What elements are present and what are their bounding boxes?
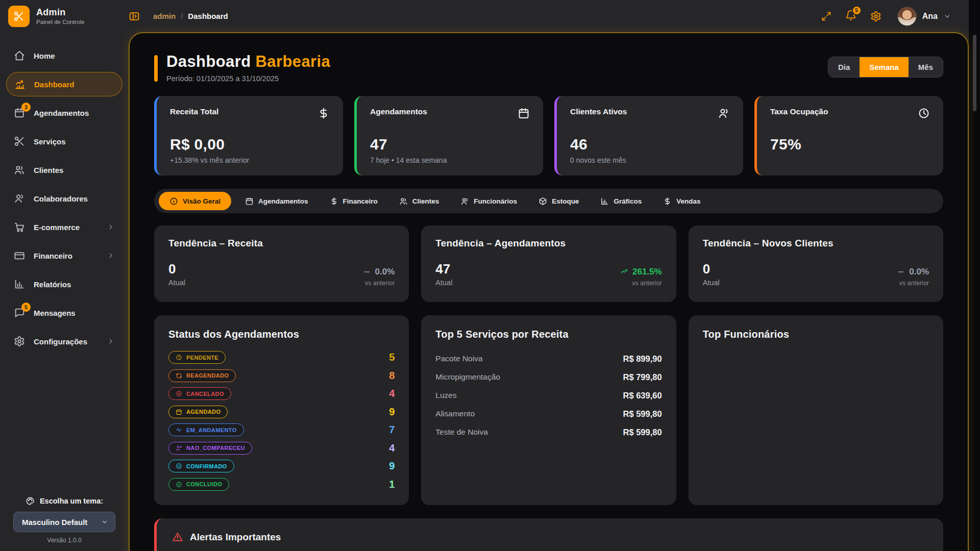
sidebar-item-label: Financeiro <box>34 252 72 260</box>
trending-up-icon <box>620 268 628 276</box>
trend-value: 47 <box>435 261 452 277</box>
range-selector: Dia Semana Mês <box>828 57 943 78</box>
user-x-icon <box>176 445 182 452</box>
theme-picker: Escolha um tema: Masculino Default Versã… <box>0 496 129 544</box>
users-icon <box>460 197 469 206</box>
tab-visao-geral[interactable]: Visão Geral <box>159 192 231 210</box>
sidebar-item-ecommerce[interactable]: E-commerce <box>6 215 122 239</box>
chevron-down-icon <box>101 518 108 525</box>
chevron-right-icon <box>107 223 115 231</box>
range-dia-button[interactable]: Dia <box>828 57 860 77</box>
sidebar-item-servicos[interactable]: Serviços <box>6 129 122 154</box>
chevron-right-icon <box>107 337 115 345</box>
gear-icon[interactable] <box>870 11 881 22</box>
alert-triangle-icon <box>172 532 183 543</box>
sidebar-item-clientes[interactable]: Clientes <box>6 158 122 182</box>
service-row: Alisamento R$ 599,80 <box>435 405 662 423</box>
status-badge: CONCLUIDO <box>168 478 229 491</box>
status-count: 9 <box>389 406 395 418</box>
expand-icon[interactable] <box>821 11 831 21</box>
stat-value: 47 <box>370 136 530 153</box>
stat-value: 46 <box>570 136 730 153</box>
status-count: 8 <box>389 370 395 382</box>
info-icon <box>169 197 178 206</box>
panel-toggle-icon[interactable] <box>129 11 140 22</box>
top-funcionarios-card: Top Funcionários <box>689 315 943 505</box>
tab-estoque[interactable]: Estoque <box>528 189 590 213</box>
status-row: EM_ANDAMENTO 7 <box>168 421 395 439</box>
palette-icon <box>26 496 35 506</box>
status-agendamentos-card: Status dos Agendamentos PENDENTE 5 REAGE… <box>154 315 409 505</box>
page-title-accent: Barbearia <box>256 53 331 70</box>
breadcrumb-separator: / <box>181 12 183 20</box>
sidebar-item-colaboradores[interactable]: Colaboradores <box>6 186 122 211</box>
sidebar-item-relatorios[interactable]: Relatórios <box>6 272 122 296</box>
sidebar-item-financeiro[interactable]: Financeiro <box>6 243 122 268</box>
x-circle-icon <box>176 390 182 397</box>
trend-card-novos-clientes: Tendência – Novos Clientes 0 Atual 0.0% … <box>689 226 943 302</box>
dollar-icon <box>663 197 672 206</box>
cart-icon <box>14 221 25 233</box>
app-logo <box>8 6 30 27</box>
dollar-icon <box>330 197 338 206</box>
sidebar-item-dashboard[interactable]: Dashboard <box>6 72 122 96</box>
dashboard-tabs: Visão Geral Agendamentos Financeiro Clie… <box>154 189 943 213</box>
activity-icon <box>176 427 182 433</box>
stat-subtext <box>770 156 930 164</box>
tab-vendas[interactable]: Vendas <box>652 189 711 213</box>
sidebar-item-home[interactable]: Home <box>6 43 122 68</box>
service-row: Teste de Noiva R$ 599,80 <box>435 423 662 441</box>
users-icon <box>14 193 25 204</box>
tab-graficos[interactable]: Gráficos <box>590 189 652 213</box>
check-circle-icon <box>176 463 182 469</box>
trend-change: 0.0% <box>363 267 395 277</box>
detail-cards: Status dos Agendamentos PENDENTE 5 REAGE… <box>154 315 943 505</box>
bar-chart-icon <box>600 197 609 206</box>
stat-value: 75% <box>770 136 930 153</box>
scrollbar-thumb[interactable] <box>973 35 976 111</box>
dashboard-icon <box>14 79 26 90</box>
breadcrumb-section[interactable]: admin <box>153 12 176 20</box>
sidebar-item-label: Clientes <box>34 166 63 174</box>
agendamentos-badge: 3 <box>21 103 31 112</box>
tab-financeiro[interactable]: Financeiro <box>319 189 388 213</box>
status-badge: NAO_COMPARECEU <box>168 442 252 455</box>
avatar <box>897 7 917 26</box>
status-badge: CANCELADO <box>168 387 231 400</box>
sidebar-item-label: Dashboard <box>34 80 74 89</box>
status-badge: CONFIRMADO <box>168 460 234 472</box>
status-row: AGENDADO 9 <box>168 403 395 421</box>
status-row: CONFIRMADO 9 <box>168 457 395 475</box>
sidebar-item-label: Home <box>34 52 55 60</box>
top-servicos-card: Top 5 Serviços por Receita Pacote Noiva … <box>421 315 676 505</box>
breadcrumb-page[interactable]: Dashboard <box>188 12 228 20</box>
tab-funcionarios[interactable]: Funcionários <box>450 189 528 213</box>
range-mes-button[interactable]: Mês <box>909 57 943 77</box>
stat-card-ocupacao: Taxa Ocupação 75% <box>754 96 943 176</box>
users-icon <box>718 107 730 119</box>
sidebar-item-agendamentos[interactable]: 3 Agendamentos <box>6 101 122 125</box>
mensagens-badge: 5 <box>21 303 31 312</box>
sidebar-item-mensagens[interactable]: 5 Mensagens <box>6 300 122 325</box>
theme-select[interactable]: Masculino Default <box>13 512 115 532</box>
app-version: Versão 1.0.0 <box>0 537 129 544</box>
theme-selected-value: Masculino Default <box>22 518 87 527</box>
sidebar-item-label: Serviços <box>34 137 66 146</box>
scrollbar-gutter <box>969 0 980 551</box>
status-row: CANCELADO 4 <box>168 385 395 403</box>
stat-subtext: +15.38% vs mês anterior <box>170 156 330 164</box>
sidebar-item-label: E-commerce <box>34 223 80 232</box>
stat-label: Taxa Ocupação <box>770 107 828 116</box>
sidebar-item-label: Mensagens <box>34 309 76 317</box>
tab-clientes[interactable]: Clientes <box>388 189 450 213</box>
alertas-importantes-card: Alertas Importantes <box>154 518 943 551</box>
range-semana-button[interactable]: Semana <box>860 57 909 77</box>
user-menu[interactable]: Ana <box>897 7 951 26</box>
clock-icon <box>176 354 182 361</box>
minus-icon <box>897 268 905 276</box>
notifications-button[interactable]: 5 <box>845 10 856 23</box>
trend-value: 0 <box>703 261 720 277</box>
sidebar-item-configuracoes[interactable]: Configurações <box>6 329 122 354</box>
tab-agendamentos[interactable]: Agendamentos <box>234 189 319 213</box>
app-brand: Admin Painel de Controle <box>0 6 129 27</box>
